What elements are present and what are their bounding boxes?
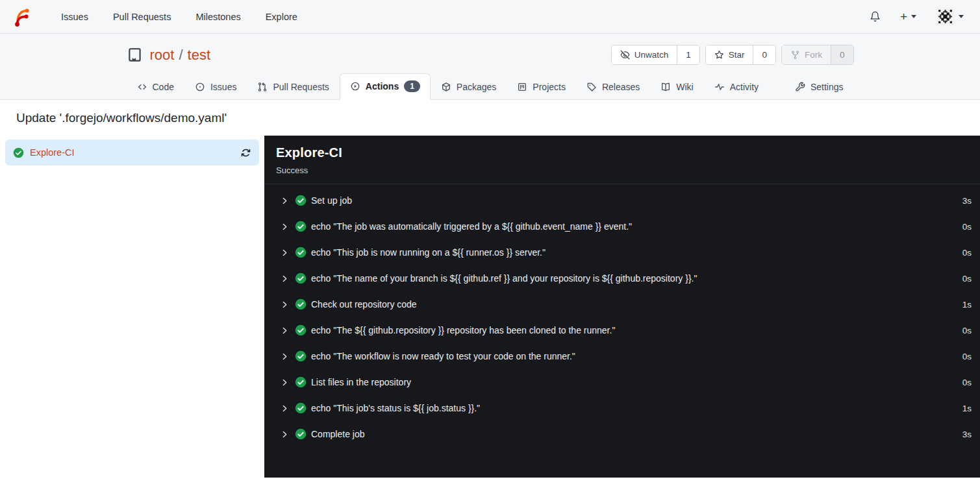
tab-settings[interactable]: Settings [785,75,854,99]
step-name: Complete job [311,429,365,439]
notifications-bell-icon[interactable] [864,7,886,26]
repo-header: root / test Unwatch 1 [0,34,980,100]
run-status: Success [276,165,968,175]
repo-tabs: Code Issues Pull Requests Actions 1 P [127,73,854,99]
steps-list: Set up job 3s echo "The job was automati… [264,184,980,447]
run-title: Explore-CI [276,145,968,160]
step-row[interactable]: echo "The ${{ github.repository }} repos… [264,317,980,343]
star-button[interactable]: Star [706,45,753,64]
avatar [936,7,955,26]
chevron-right-icon[interactable] [281,274,289,283]
step-duration: 1s [962,300,972,310]
tab-label: Releases [602,82,640,92]
step-row[interactable]: echo "This job's status is ${{ job.statu… [264,395,980,421]
step-duration: 0s [962,352,972,361]
create-new-button[interactable]: + [895,6,922,27]
chevron-right-icon[interactable] [281,378,289,387]
step-name: echo "This job's status is ${{ job.statu… [311,403,480,413]
repo-owner-link[interactable]: root [150,47,175,64]
top-navbar: Issues Pull Requests Milestones Explore … [0,0,980,34]
page-title-strip: Update '.forgejo/workflows/demo.yaml' [0,100,980,136]
eye-slash-icon [620,50,630,60]
step-duration: 0s [962,274,972,284]
unwatch-button[interactable]: Unwatch [612,45,677,64]
chevron-right-icon[interactable] [281,352,289,361]
user-menu[interactable] [931,3,969,30]
tab-wiki[interactable]: Wiki [650,75,703,99]
tab-label: Pull Requests [273,82,329,92]
forks-count[interactable]: 0 [831,45,853,64]
chevron-right-icon[interactable] [281,404,289,413]
step-duration: 0s [962,222,972,232]
page-title: Update '.forgejo/workflows/demo.yaml' [16,111,964,125]
step-duration: 3s [962,196,972,206]
nav-item-pull-requests[interactable]: Pull Requests [101,6,183,27]
step-name: Check out repository code [311,299,417,310]
code-icon [137,82,147,92]
tab-label: Packages [457,82,496,92]
nav-item-issues[interactable]: Issues [49,6,101,27]
watchers-count[interactable]: 1 [677,45,699,64]
fork-button-group: Fork 0 [781,45,854,65]
chevron-right-icon[interactable] [281,249,289,257]
tab-label: Actions [366,81,399,91]
issue-circle-icon [195,82,205,92]
stars-count[interactable]: 0 [753,45,775,64]
jobs-sidebar: Explore-CI [0,136,264,478]
chevron-right-icon[interactable] [281,223,289,231]
fork-label: Fork [805,50,822,60]
success-check-icon [295,221,307,232]
navbar-right: + [864,3,969,30]
step-row[interactable]: echo "This job is now running on a ${{ r… [264,239,980,265]
tab-label: Settings [810,82,844,92]
success-check-icon [295,298,307,310]
wrench-icon [795,82,805,92]
chevron-right-icon[interactable] [281,300,289,309]
unwatch-label: Unwatch [634,50,669,60]
tab-issues[interactable]: Issues [184,75,247,99]
step-row[interactable]: echo "The workflow is now ready to test … [264,343,980,369]
tab-activity[interactable]: Activity [704,75,769,99]
play-circle-icon [350,81,360,91]
step-row[interactable]: echo "The job was automatically triggere… [264,213,980,239]
tab-packages[interactable]: Packages [431,75,507,99]
nav-item-milestones[interactable]: Milestones [183,6,253,27]
chevron-right-icon[interactable] [281,430,289,439]
tag-icon [586,82,597,92]
nav-item-explore[interactable]: Explore [253,6,310,27]
step-row[interactable]: Set up job 3s [264,188,980,213]
forgejo-logo-icon[interactable] [11,6,32,27]
repo-name-link[interactable]: test [188,47,210,64]
step-name: echo "This job is now running on a ${{ r… [311,247,546,258]
chevron-right-icon[interactable] [281,197,289,205]
step-row[interactable]: echo "The name of your branch is ${{ git… [264,265,980,291]
step-row[interactable]: List files in the repository 0s [264,369,980,395]
step-name: echo "The name of your branch is ${{ git… [311,273,697,284]
chevron-right-icon[interactable] [281,326,289,335]
tab-pull-requests[interactable]: Pull Requests [247,75,339,99]
success-check-icon [13,147,24,158]
project-board-icon [517,82,527,92]
step-row[interactable]: Check out repository code 1s [264,291,980,317]
step-row[interactable]: Complete job 3s [264,421,980,447]
package-icon [441,82,451,92]
run-panel-header: Explore-CI Success [264,136,980,184]
tab-releases[interactable]: Releases [576,75,650,99]
tab-code[interactable]: Code [127,75,184,99]
fork-button[interactable]: Fork [782,45,831,64]
step-duration: 0s [962,248,972,258]
chevron-down-icon [959,15,964,18]
step-name: Set up job [311,195,352,206]
job-name: Explore-CI [30,147,75,158]
success-check-icon [295,376,307,388]
success-check-icon [295,402,307,414]
tab-label: Issues [210,82,236,92]
step-name: echo "The job was automatically triggere… [311,221,632,232]
step-duration: 0s [962,326,972,335]
tab-actions[interactable]: Actions 1 [340,73,431,100]
book-open-icon [660,82,671,92]
refresh-icon[interactable] [240,147,251,158]
actions-count-badge: 1 [404,80,420,92]
job-item-explore-ci[interactable]: Explore-CI [5,140,259,165]
tab-projects[interactable]: Projects [507,75,576,99]
